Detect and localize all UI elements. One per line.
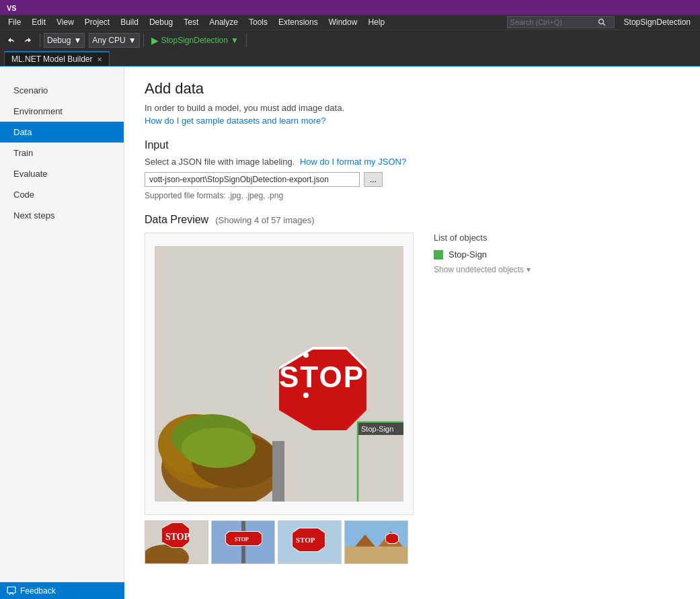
play-icon: ▶ xyxy=(151,35,159,46)
thumbnail-2[interactable]: STOP xyxy=(211,520,275,564)
tag-label-stop-sign: Stop-Sign xyxy=(449,249,487,259)
svg-text:VS: VS xyxy=(7,4,16,12)
svg-point-2 xyxy=(598,19,603,24)
file-input-row: ... xyxy=(145,172,680,187)
svg-rect-11 xyxy=(272,441,284,502)
svg-point-10 xyxy=(182,428,256,468)
svg-text:STOP: STOP xyxy=(279,360,364,393)
menu-file[interactable]: File xyxy=(3,15,26,30)
thumbnail-4[interactable] xyxy=(344,520,408,564)
menu-bar: File Edit View Project Build Debug Test … xyxy=(0,15,700,30)
json-file-input[interactable] xyxy=(145,172,360,187)
svg-marker-40 xyxy=(386,534,398,543)
preview-count: (Showing 4 of 57 images) xyxy=(215,215,314,225)
toolbar-forward-btn[interactable] xyxy=(20,32,36,49)
preview-area: STOP Stop-Sign xyxy=(145,233,680,564)
model-builder-tab[interactable]: ML.NET Model Builder ✕ xyxy=(4,51,110,66)
sidebar-item-next-steps[interactable]: Next steps xyxy=(0,205,124,226)
menu-project[interactable]: Project xyxy=(79,15,115,30)
toolbar-back-btn[interactable] xyxy=(3,32,19,49)
sidebar-item-code[interactable]: Code xyxy=(0,184,124,205)
platform-dropdown[interactable]: Any CPU ▼ xyxy=(89,33,139,48)
thumbnail-row: STOP STOP xyxy=(145,520,414,564)
page-description: In order to build a model, you must add … xyxy=(145,103,680,113)
search-bar[interactable] xyxy=(507,16,615,28)
menu-build[interactable]: Build xyxy=(115,15,144,30)
main-image-container[interactable]: STOP Stop-Sign xyxy=(145,233,414,515)
tab-bar: ML.NET Model Builder ✕ xyxy=(0,50,700,67)
main-image-svg: STOP Stop-Sign xyxy=(155,246,403,502)
run-dropdown-icon: ▼ xyxy=(231,36,239,45)
learn-more-link[interactable]: How do I get sample datasets and learn m… xyxy=(145,116,326,126)
feedback-bar[interactable]: Feedback xyxy=(0,582,124,599)
supported-formats-label: Supported file formats: .jpg, .jpeg, .pn… xyxy=(145,191,680,200)
objects-list-title: List of objects xyxy=(434,233,673,243)
page-title: Add data xyxy=(145,80,680,97)
profile-label: StopSignDetection xyxy=(617,17,697,27)
search-icon xyxy=(598,18,606,26)
object-panel: List of objects Stop-Sign Show undetecte… xyxy=(427,233,680,564)
sidebar-item-data[interactable]: Data xyxy=(0,122,124,143)
show-undetected-btn[interactable]: Show undetected objects ▾ xyxy=(434,265,673,274)
vs-logo-icon: VS xyxy=(5,2,16,13)
toolbar: Debug ▼ Any CPU ▼ ▶ StopSignDetection ▼ xyxy=(0,30,700,50)
tab-close-btn[interactable]: ✕ xyxy=(97,56,102,63)
search-input[interactable] xyxy=(510,18,598,26)
svg-text:STOP: STOP xyxy=(165,532,190,542)
browse-button[interactable]: ... xyxy=(364,172,383,187)
svg-rect-41 xyxy=(7,587,15,593)
feedback-label: Feedback xyxy=(20,586,56,596)
svg-line-3 xyxy=(602,24,605,26)
svg-point-17 xyxy=(303,352,309,358)
sidebar-item-environment[interactable]: Environment xyxy=(0,101,124,122)
main-layout: Scenario Environment Data Train Evaluate… xyxy=(0,67,700,599)
chevron-down-icon: ▾ xyxy=(527,265,531,274)
sidebar-item-evaluate[interactable]: Evaluate xyxy=(0,163,124,184)
thumbnail-1[interactable]: STOP xyxy=(145,520,208,564)
tag-color-swatch xyxy=(434,250,443,259)
svg-rect-36 xyxy=(345,547,408,564)
menu-view[interactable]: View xyxy=(51,15,79,30)
redo-icon xyxy=(24,36,33,45)
undo-icon xyxy=(6,36,15,45)
sidebar-item-train[interactable]: Train xyxy=(0,143,124,163)
tab-title: ML.NET Model Builder xyxy=(11,54,93,64)
toolbar-sep-1 xyxy=(40,34,40,47)
content-area: Add data In order to build a model, you … xyxy=(124,67,700,599)
preview-title: Data Preview xyxy=(145,214,208,226)
menu-tools[interactable]: Tools xyxy=(243,15,273,30)
thumbnail-3[interactable]: STOP xyxy=(278,520,342,564)
menu-window[interactable]: Window xyxy=(323,15,363,30)
feedback-icon xyxy=(7,586,16,596)
svg-text:STOP: STOP xyxy=(235,536,249,543)
menu-debug[interactable]: Debug xyxy=(144,15,178,30)
menu-analyze[interactable]: Analyze xyxy=(204,15,243,30)
toolbar-sep-2 xyxy=(143,34,144,47)
menu-edit[interactable]: Edit xyxy=(26,15,51,30)
menu-extensions[interactable]: Extensions xyxy=(273,15,323,30)
svg-text:Stop-Sign: Stop-Sign xyxy=(361,425,393,433)
sidebar-item-scenario[interactable]: Scenario xyxy=(0,80,124,101)
menu-test[interactable]: Test xyxy=(178,15,204,30)
json-format-link[interactable]: How do I format my JSON? xyxy=(300,157,406,167)
menu-help[interactable]: Help xyxy=(362,15,390,30)
run-target-label: StopSignDetection xyxy=(161,36,228,45)
svg-text:STOP: STOP xyxy=(296,536,315,544)
title-bar: VS xyxy=(0,0,700,15)
debug-mode-dropdown[interactable]: Debug ▼ xyxy=(44,33,85,48)
input-description: Select a JSON file with image labeling. … xyxy=(145,157,680,167)
svg-point-18 xyxy=(303,393,309,398)
preview-header: Data Preview (Showing 4 of 57 images) xyxy=(145,214,680,226)
run-button[interactable]: ▶ StopSignDetection ▼ xyxy=(147,34,243,47)
toolbar-sep-3 xyxy=(246,34,247,47)
object-tag-stop-sign: Stop-Sign xyxy=(434,249,673,259)
sidebar: Scenario Environment Data Train Evaluate… xyxy=(0,67,124,599)
input-section-title: Input xyxy=(145,139,680,151)
